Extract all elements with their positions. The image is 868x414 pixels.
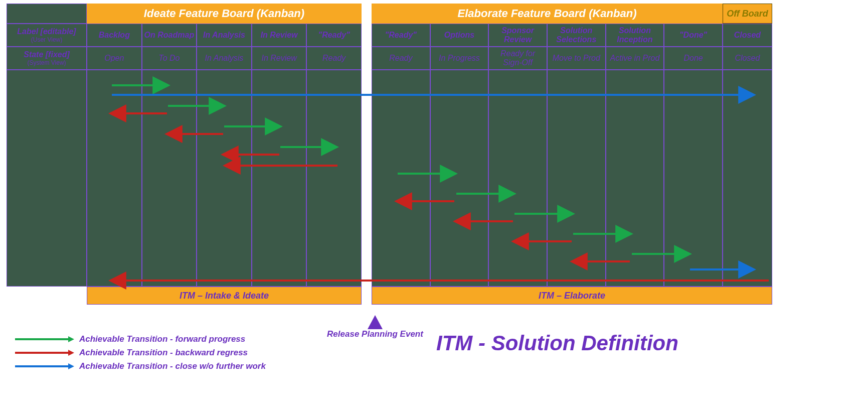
col-state: In Progress (430, 47, 489, 70)
ideate-banner: Ideate Feature Board (Kanban) (87, 4, 362, 24)
col-state: Open (87, 47, 142, 70)
legend-forward: Achievable Transition - forward progress (14, 334, 245, 344)
col-label: "Ready" (306, 24, 362, 47)
col-label: Solution Inception (606, 24, 664, 47)
col-label: On Roadmap (142, 24, 197, 47)
col-state: Active in Prod (606, 47, 664, 70)
col-state: Ready for Sign-Off (488, 47, 547, 70)
offboard-banner: Off Board (723, 4, 772, 24)
col-label: Sponsor Review (488, 24, 547, 47)
col-state: Closed (723, 47, 772, 70)
col-state: Ready (372, 47, 430, 70)
diagram-title: ITM - Solution Definition (436, 331, 678, 355)
release-planning-event: Release Planning Event (322, 315, 428, 339)
banner-row: Ideate Feature Board (Kanban) Elaborate … (7, 4, 772, 24)
col-label: In Review (252, 24, 307, 47)
col-label: "Ready" (372, 24, 430, 47)
footer-elaborate: ITM – Elaborate (372, 287, 772, 305)
col-state: Move to Prod (547, 47, 606, 70)
row-header-state: State [fixed] (System View) (7, 47, 87, 70)
col-state: To Do (142, 47, 197, 70)
col-state: Ready (306, 47, 362, 70)
col-state: In Review (252, 47, 307, 70)
state-row: State [fixed] (System View) Open To Do I… (7, 47, 772, 70)
col-label: Solution Selections (547, 24, 606, 47)
footer-row: ITM – Intake & Ideate ITM – Elaborate (7, 287, 772, 305)
col-label: "Done" (664, 24, 723, 47)
label-row: Label [editable] (User View) Backlog On … (7, 24, 772, 47)
footer-ideate: ITM – Intake & Ideate (87, 287, 362, 305)
col-label: Backlog (87, 24, 142, 47)
row-header-label: Label [editable] (User View) (7, 24, 87, 47)
body-row (7, 70, 772, 287)
col-state: In Analysis (197, 47, 252, 70)
elaborate-banner: Elaborate Feature Board (Kanban) (372, 4, 723, 24)
col-label: Options (430, 24, 489, 47)
col-label: In Analysis (197, 24, 252, 47)
legend-close: Achievable Transition - close w/o furthe… (14, 361, 266, 371)
col-state: Done (664, 47, 723, 70)
col-label: Closed (723, 24, 772, 47)
legend-backward: Achievable Transition - backward regress (14, 348, 248, 358)
